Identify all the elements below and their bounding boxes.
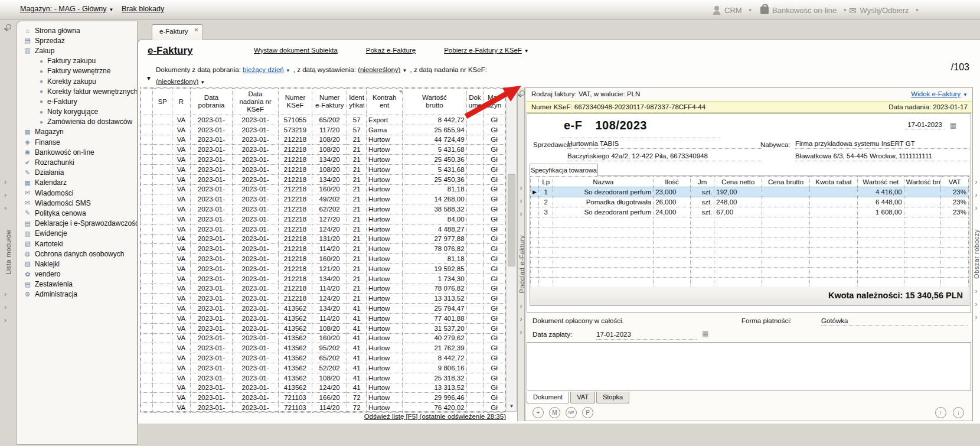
chevron-right-icon[interactable]: › bbox=[520, 208, 522, 220]
table-row[interactable]: VA2023-01-2023-01-573219117/2057Gama25 6… bbox=[141, 125, 505, 135]
row-selector-cell[interactable] bbox=[141, 333, 153, 343]
grid-scrollbar[interactable]: ▲ ▼ bbox=[507, 87, 517, 412]
tab-vat[interactable]: VAT bbox=[570, 392, 595, 403]
row-selector-cell[interactable] bbox=[141, 393, 153, 403]
row-selector-cell[interactable] bbox=[141, 244, 153, 254]
row-selector-cell[interactable] bbox=[141, 353, 153, 363]
table-row[interactable]: VA2023-01-2023-01-413562108/2041Hurtow25… bbox=[141, 373, 505, 383]
chevron-right-icon[interactable]: › bbox=[975, 176, 978, 188]
spec-column-header-2[interactable]: Ilość bbox=[654, 177, 691, 187]
online-banking-button[interactable]: Bankowość on-line▼ bbox=[760, 3, 847, 17]
calendar-icon[interactable]: ▦ bbox=[950, 122, 956, 129]
row-selector-cell[interactable] bbox=[141, 135, 153, 145]
table-row[interactable]: VA2023-01-2023-01-212218121/2021Hurtow19… bbox=[141, 263, 505, 274]
sidebar-item-20[interactable]: ▥Ewidencje bbox=[17, 229, 137, 239]
column-header-11[interactable]: Magazyn bbox=[484, 89, 505, 115]
scrollbar-thumb[interactable] bbox=[508, 174, 515, 266]
dropdown-arrow-icon[interactable]: ▼ bbox=[200, 80, 205, 85]
row-selector-cell[interactable] bbox=[141, 363, 153, 373]
row-selector-cell[interactable] bbox=[141, 145, 153, 155]
view-efaktury-link[interactable]: Widok e-Faktury▼ bbox=[911, 90, 968, 97]
tab-stopka[interactable]: Stopka bbox=[596, 392, 629, 403]
row-selector-cell[interactable] bbox=[141, 343, 153, 353]
table-row[interactable]: VA2023-01-2023-01-212218160/2021Hurtow81… bbox=[141, 254, 505, 264]
seller-name-field[interactable]: Hurtownia TABIS bbox=[567, 140, 762, 149]
sidebar-item-11[interactable]: ◈Finanse bbox=[17, 137, 137, 147]
sidebar-item-21[interactable]: ▧Kartoteki bbox=[17, 239, 137, 249]
sidebar-item-16[interactable]: ✉Wiadomości bbox=[17, 188, 137, 198]
column-header-3[interactable]: Datapobrania bbox=[190, 89, 233, 115]
scroll-down-icon[interactable]: ▼ bbox=[507, 402, 516, 411]
table-row[interactable]: VA2023-01-2023-01-21221849/20221Hurtow14… bbox=[141, 194, 505, 204]
sidebar-item-7-e-faktury[interactable]: ●e-Faktury bbox=[17, 96, 137, 106]
row-selector-cell[interactable] bbox=[141, 304, 153, 314]
table-row[interactable]: VA2023-01-2023-01-212218160/2021Hurtow81… bbox=[141, 184, 505, 194]
sidebar-item-19[interactable]: ▤Deklaracje i e-Sprawozdawczość bbox=[17, 219, 137, 229]
row-selector-cell[interactable] bbox=[141, 115, 153, 125]
row-selector-cell[interactable] bbox=[141, 274, 153, 284]
table-row[interactable]: VA2023-01-2023-01-57105565/20257Export8 … bbox=[141, 115, 505, 125]
tab-specyfikacja-towarowa[interactable]: Specyfikacja towarowa bbox=[530, 164, 598, 176]
chevron-right-icon[interactable]: › bbox=[520, 313, 522, 325]
scroll-up-circle-icon[interactable]: ↑ bbox=[935, 407, 946, 418]
chevron-right-icon[interactable]: › bbox=[4, 176, 6, 188]
chevron-right-icon[interactable]: › bbox=[4, 288, 6, 300]
chevron-right-icon[interactable]: › bbox=[4, 301, 6, 313]
row-selector-cell[interactable] bbox=[141, 164, 153, 174]
row-selector-cell[interactable] bbox=[141, 155, 153, 165]
sidebar-item-15[interactable]: ▦Kalendarz bbox=[17, 178, 137, 188]
payment-form-field[interactable]: Gotówka bbox=[821, 317, 968, 326]
table-row[interactable]: VA2023-01-2023-01-413562108/2041Hurtow31… bbox=[141, 323, 505, 333]
row-selector-cell[interactable] bbox=[141, 184, 153, 194]
chevron-right-icon[interactable]: › bbox=[975, 189, 978, 201]
invoice-date-field[interactable]: 17-01-2023 bbox=[905, 121, 945, 129]
column-header-1[interactable]: SP bbox=[153, 89, 172, 115]
strip-chevrons-bottom[interactable]: › › › bbox=[4, 288, 6, 326]
row-selector-cell[interactable] bbox=[141, 194, 153, 204]
row-selector-cell[interactable] bbox=[141, 204, 153, 214]
column-header-8[interactable]: Kontrahent◥ bbox=[367, 89, 403, 115]
splitter-chevrons-bottom[interactable]: › › › bbox=[518, 300, 524, 338]
spec-column-header-0[interactable]: Lp bbox=[539, 177, 553, 187]
table-row[interactable]: VA2023-01-2023-01-413562160/2041Hurtow40… bbox=[141, 333, 505, 343]
circle-button-np[interactable]: NP bbox=[566, 407, 577, 418]
sidebar-item-5[interactable]: ●Korekty zakupu bbox=[17, 76, 137, 86]
table-row[interactable]: VA2023-01-2023-01-212218134/2021Hurtow25… bbox=[141, 174, 505, 184]
spec-column-header-8[interactable]: Wartość bru bbox=[904, 177, 941, 187]
row-selector-cell[interactable] bbox=[141, 313, 153, 323]
table-row[interactable]: VA2023-01-2023-01-212218108/2021Hurtow5 … bbox=[141, 145, 505, 155]
spec-column-header-4[interactable]: Cena netto bbox=[714, 177, 762, 187]
preview-splitter[interactable]: › › › Podgląd e-Faktury › › › bbox=[517, 87, 525, 421]
circle-button-+[interactable]: + bbox=[533, 407, 544, 418]
dropdown-arrow-icon[interactable]: ▼ bbox=[286, 68, 290, 73]
sidebar-item-2[interactable]: ▥Zakup bbox=[17, 45, 137, 56]
table-row[interactable]: VA2023-01-2023-01-212218131/2021Hurtow27… bbox=[141, 234, 505, 244]
filter-value-link[interactable]: (nieokreślony) bbox=[358, 66, 400, 73]
filter-value-link[interactable]: (nieokreślony) bbox=[156, 78, 198, 85]
action-link-pobierz-e-faktury-z-ksef[interactable]: Pobierz e-Faktury z KSeF▼ bbox=[444, 47, 529, 54]
column-header-10[interactable]: Dokume bbox=[466, 89, 484, 115]
spec-column-header-5[interactable]: Cena brutto bbox=[762, 177, 810, 187]
spec-table-row[interactable]: ▶1So dezodorant perfum23,000szt.192,004 … bbox=[531, 187, 969, 197]
sidebar-item-9[interactable]: ●Zamówienia do dostawców bbox=[17, 117, 137, 127]
chevron-right-icon[interactable]: › bbox=[4, 189, 6, 201]
table-row[interactable]: VA2023-01-2023-01-212218108/2021Hurtow5 … bbox=[141, 164, 505, 174]
sidebar-item-3[interactable]: ●Faktury zakupu bbox=[17, 56, 137, 66]
chevron-right-icon[interactable]: › bbox=[520, 195, 522, 207]
spec-column-header-9[interactable]: VAT bbox=[941, 177, 969, 187]
row-selector-cell[interactable] bbox=[141, 174, 153, 184]
row-selector-cell[interactable] bbox=[141, 403, 153, 413]
table-row[interactable]: VA2023-01-2023-01-413562124/2041Hurtow13… bbox=[141, 383, 505, 393]
sidebar-item-10[interactable]: ▦Magazyn bbox=[17, 127, 137, 137]
spec-column-header-6[interactable]: Kwota rabat bbox=[810, 177, 858, 187]
column-header-5[interactable]: NumerKSeF bbox=[278, 89, 312, 115]
row-selector-cell[interactable] bbox=[141, 234, 153, 244]
chevron-right-icon[interactable]: › bbox=[975, 311, 978, 323]
close-icon[interactable]: ✕ bbox=[194, 27, 198, 33]
spec-table-row[interactable]: 3So dezodorant perfum24,000szt.67,001 60… bbox=[531, 207, 969, 217]
row-selector-cell[interactable] bbox=[141, 224, 153, 234]
chevron-right-icon[interactable]: › bbox=[975, 298, 978, 310]
table-row[interactable]: VA2023-01-2023-01-41356265/20241Hurtow8 … bbox=[141, 353, 505, 363]
table-row[interactable]: VA2023-01-2023-01-21221862/20221Hurtow38… bbox=[141, 204, 505, 214]
calendar-icon[interactable]: ▦ bbox=[702, 330, 708, 337]
